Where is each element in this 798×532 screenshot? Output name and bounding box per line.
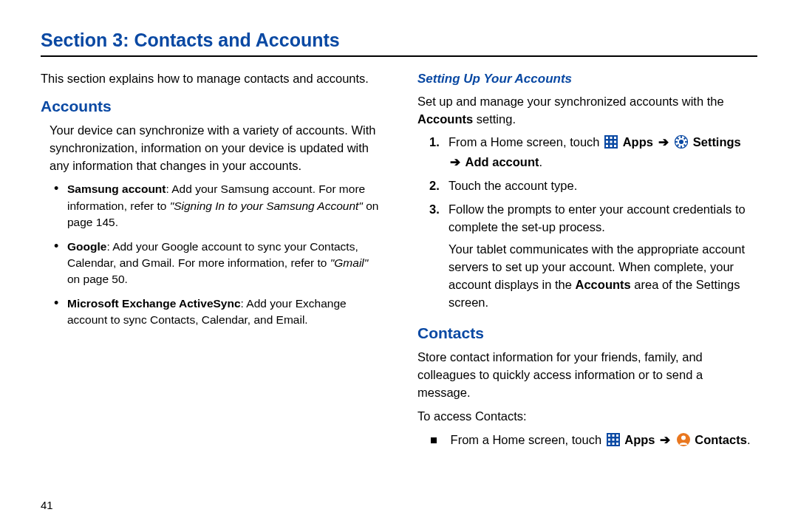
step-1: From a Home screen, touch Apps ➔ Setting… <box>429 134 757 171</box>
add-account-label: Add account <box>466 155 539 168</box>
bullet-lead: Microsoft Exchange ActiveSync <box>67 297 241 310</box>
setup-intro: Set up and manage your synchronized acco… <box>417 93 757 129</box>
svg-rect-28 <box>612 443 614 445</box>
accounts-description: Your device can synchronize with a varie… <box>50 122 381 175</box>
contacts-access: To access Contacts: <box>417 408 757 426</box>
arrow-icon: ➔ <box>658 433 672 446</box>
svg-line-19 <box>684 138 686 140</box>
apps-label: Apps <box>624 433 655 446</box>
svg-rect-25 <box>612 438 614 440</box>
apps-label: Apps <box>623 135 653 149</box>
bullet-exchange: Microsoft Exchange ActiveSync: Add your … <box>54 296 381 329</box>
two-column-layout: This section explains how to manage cont… <box>41 70 757 451</box>
period: . <box>539 155 543 168</box>
accounts-bullet-list: Samsung account: Add your Samsung accoun… <box>54 181 381 329</box>
page-number: 41 <box>41 499 53 511</box>
apps-grid-icon <box>607 433 620 451</box>
svg-rect-7 <box>606 145 608 147</box>
svg-rect-5 <box>610 141 613 143</box>
svg-point-31 <box>681 435 686 440</box>
setup-steps: From a Home screen, touch Apps ➔ Setting… <box>429 134 757 311</box>
contacts-description: Store contact information for your frien… <box>417 349 757 402</box>
svg-rect-6 <box>614 141 616 143</box>
svg-point-11 <box>679 140 683 144</box>
settings-gear-icon <box>675 135 688 154</box>
svg-rect-24 <box>608 438 610 440</box>
period: . <box>747 433 751 446</box>
intro-paragraph: This section explains how to manage cont… <box>41 70 381 88</box>
bullet-ref: "Gmail" <box>330 256 368 269</box>
svg-rect-22 <box>612 434 614 437</box>
svg-rect-2 <box>610 137 613 139</box>
right-column: Setting Up Your Accounts Set up and mana… <box>417 70 757 451</box>
svg-rect-9 <box>614 145 616 147</box>
step1-text: From a Home screen, touch <box>449 135 603 149</box>
setting-up-heading: Setting Up Your Accounts <box>417 70 757 89</box>
setup-intro-a: Set up and manage your synchronized acco… <box>417 95 724 108</box>
accounts-heading: Accounts <box>41 95 381 117</box>
setup-intro-c: setting. <box>473 112 516 126</box>
step-3: Follow the prompts to enter your account… <box>429 201 757 312</box>
step3-text: Follow the prompts to enter your account… <box>449 201 757 236</box>
setup-intro-b: Accounts <box>417 112 473 126</box>
svg-line-18 <box>678 145 679 146</box>
svg-rect-21 <box>608 434 610 437</box>
contacts-heading: Contacts <box>417 322 757 344</box>
bullet-samsung: Samsung account: Add your Samsung accoun… <box>54 181 381 231</box>
svg-rect-1 <box>606 137 608 139</box>
svg-line-16 <box>678 138 679 140</box>
bullet-google: Google: Add your Google account to sync … <box>54 239 381 288</box>
section-title: Section 3: Contacts and Accounts <box>41 30 757 57</box>
contacts-step-text: From a Home screen, touch <box>451 433 605 446</box>
svg-line-17 <box>684 145 686 146</box>
svg-rect-23 <box>616 434 618 437</box>
bullet-lead: Samsung account <box>67 183 166 195</box>
arrow-icon: ➔ <box>449 155 462 168</box>
step3-sub: Your tablet communicates with the approp… <box>449 241 757 312</box>
bullet-lead: Google <box>67 240 106 253</box>
svg-rect-26 <box>616 438 618 440</box>
bullet-text: : Add your Google account to sync your C… <box>67 240 358 269</box>
svg-rect-29 <box>616 443 618 445</box>
contacts-person-icon <box>677 433 690 451</box>
svg-rect-4 <box>606 141 608 143</box>
arrow-icon: ➔ <box>657 135 670 149</box>
apps-grid-icon <box>604 135 618 154</box>
step-2: Touch the account type. <box>429 177 757 195</box>
contacts-step: From a Home screen, touch Apps ➔ Contact… <box>417 432 757 451</box>
bullet-tail: on page 50. <box>67 273 128 285</box>
step3-sub-b: Accounts <box>576 278 631 291</box>
square-bullet-icon <box>431 437 437 443</box>
svg-rect-3 <box>614 137 616 139</box>
svg-rect-27 <box>608 443 610 445</box>
bullet-ref: "Signing In to your Samsung Account" <box>170 200 363 212</box>
contacts-label: Contacts <box>695 433 747 446</box>
left-column: This section explains how to manage cont… <box>41 70 381 451</box>
svg-rect-8 <box>610 145 613 147</box>
settings-label: Settings <box>693 135 741 149</box>
